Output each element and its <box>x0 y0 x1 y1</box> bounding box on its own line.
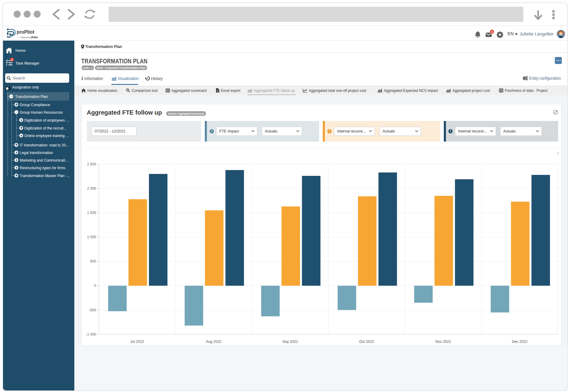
svg-text:1: 1 <box>11 58 13 61</box>
svg-text:Sep 2022: Sep 2022 <box>282 340 298 344</box>
svg-text:0: 0 <box>94 283 96 288</box>
svg-text:Aug 2022: Aug 2022 <box>206 340 222 344</box>
svg-text:Oct 2022: Oct 2022 <box>359 340 374 344</box>
svg-text:-500: -500 <box>89 308 96 312</box>
svg-text:2 500: 2 500 <box>87 162 96 166</box>
svg-text:500: 500 <box>90 259 96 263</box>
svg-text:Dec 2022: Dec 2022 <box>512 340 528 344</box>
svg-text:2 000: 2 000 <box>87 186 96 191</box>
svg-text:-1 000: -1 000 <box>86 332 96 337</box>
svg-text:1 000: 1 000 <box>87 235 96 239</box>
svg-text:1: 1 <box>491 30 493 33</box>
svg-text:Nov 2022: Nov 2022 <box>435 340 451 344</box>
svg-text:Jul 2022: Jul 2022 <box>130 340 144 344</box>
svg-text:1 500: 1 500 <box>87 211 96 215</box>
